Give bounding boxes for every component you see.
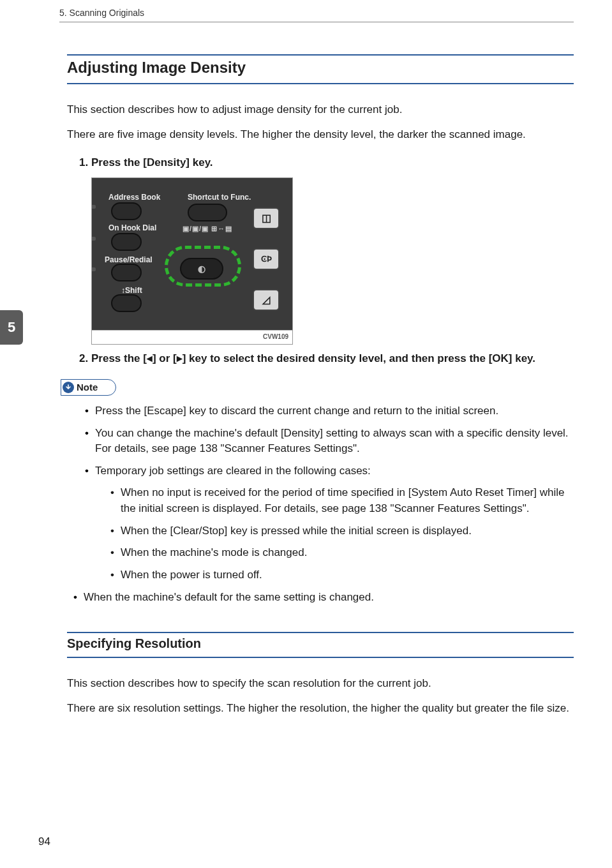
note-list: Press the [Escape] key to discard the cu… [85, 403, 574, 583]
note-item: When the machine's default for the same … [73, 590, 574, 606]
note-label: Note [77, 380, 98, 394]
button-pause-redial[interactable] [111, 264, 142, 281]
button-address-book[interactable] [111, 202, 142, 220]
label-shift-text: Shift [125, 286, 142, 295]
subnote-item: When no input is received for the period… [110, 485, 574, 516]
button-clear[interactable]: ◿ [253, 289, 280, 311]
label-address-book: Address Book [108, 192, 160, 203]
chapter-tab: 5 [0, 310, 23, 345]
intro-para-1: This section describes how to adjust ima… [67, 102, 574, 118]
note-item: Temporary job settings are cleared in th… [85, 463, 574, 583]
note-text-1: Press the [Escape] key to discard the cu… [95, 405, 498, 417]
button-copy[interactable]: ϾϷ [253, 248, 280, 270]
subnote-item: When the power is turned off. [110, 567, 574, 583]
button-mode[interactable]: ◫ [253, 207, 280, 229]
subnote-3: When the machine's mode is changed. [121, 546, 307, 558]
control-panel-illustration: Address Book Shortcut to Func. On Hook D… [92, 178, 292, 330]
steps-list: Press the [Density] key. Address Book Sh… [80, 155, 574, 366]
note-item: Press the [Escape] key to discard the cu… [85, 403, 574, 419]
subnote-list: When no input is received for the period… [110, 485, 574, 583]
button-on-hook[interactable] [111, 233, 142, 251]
figure-caption: CVW109 [92, 330, 292, 344]
intro-para-2: There are five image density levels. The… [67, 127, 574, 143]
note-item: You can change the machine's default [De… [85, 426, 574, 457]
edge-led-2 [92, 237, 96, 241]
step-1: Press the [Density] key. Address Book Sh… [91, 155, 574, 344]
tail-note: When the machine's default for the same … [84, 591, 374, 603]
resolution-para-1: This section describes how to specify th… [67, 676, 574, 692]
running-head: 5. Scanning Originals [59, 0, 574, 22]
button-shift[interactable] [111, 294, 142, 312]
edge-led-1 [92, 205, 96, 209]
panel-figure: Address Book Shortcut to Func. On Hook D… [91, 177, 293, 345]
subnote-2: When the [Clear/Stop] key is pressed whi… [121, 525, 472, 537]
subnote-item: When the machine's mode is changed. [110, 545, 574, 561]
label-on-hook: On Hook Dial [108, 223, 156, 234]
section-title-resolution: Specifying Resolution [67, 632, 574, 658]
note-down-arrow-icon [63, 382, 74, 393]
note-text-3: Temporary job settings are cleared in th… [95, 465, 371, 477]
note-text-2: You can change the machine's default [De… [95, 427, 569, 455]
mode-icons-row: ▣/▣/▣ ⊞↔▤ [183, 224, 232, 234]
highlight-density-key [165, 246, 241, 287]
subnote-item: When the [Clear/Stop] key is pressed whi… [110, 523, 574, 539]
step-1-text: Press the [Density] key. [91, 156, 213, 168]
step-2: Press the [◂] or [▸] key to select the d… [91, 351, 574, 367]
edge-led-3 [92, 267, 96, 271]
tail-note-list: When the machine's default for the same … [73, 590, 574, 606]
resolution-para-2: There are six resolution settings. The h… [67, 701, 574, 717]
button-shortcut[interactable] [188, 204, 227, 221]
section-title-density: Adjusting Image Density [67, 54, 574, 84]
page-number: 94 [38, 834, 50, 850]
note-callout: Note [61, 379, 116, 396]
step-2-text: Press the [◂] or [▸] key to select the d… [91, 352, 535, 364]
subnote-4: When the power is turned off. [121, 569, 262, 581]
label-shortcut: Shortcut to Func. [188, 192, 251, 203]
subnote-1: When no input is received for the period… [121, 486, 564, 514]
